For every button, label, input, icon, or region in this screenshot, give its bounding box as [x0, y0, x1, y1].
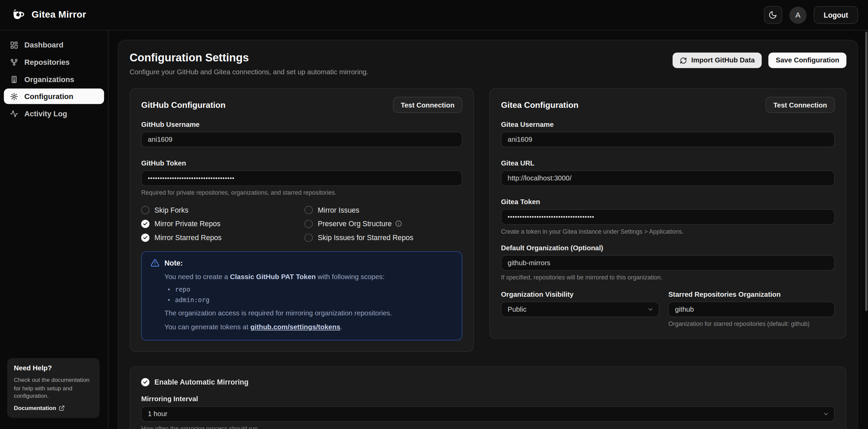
org-visibility-label: Organization Visibility — [501, 291, 659, 298]
dashboard-icon — [9, 40, 18, 49]
checkbox-skip-forks[interactable]: Skip Forks — [141, 205, 299, 215]
viewport: Gitea Mirror A Logout — [0, 0, 868, 429]
note-line-3: You can generate tokens at github.com/se… — [165, 322, 453, 332]
help-title: Need Help? — [14, 364, 93, 372]
checkbox-preserve-org-structure[interactable]: Preserve Org Structure — [305, 219, 462, 229]
avatar-initial: A — [795, 11, 801, 19]
checkbox-skip-issues-starred[interactable]: Skip Issues for Starred Repos — [305, 232, 462, 242]
github-options: Skip Forks Mirror Issues Mirror Privat — [141, 205, 462, 242]
checkbox-icon — [141, 206, 149, 214]
checkbox-mirror-private-repos[interactable]: Mirror Private Repos — [141, 219, 299, 229]
sidebar-item-label: Activity Log — [24, 109, 67, 117]
sidebar-item-dashboard[interactable]: Dashboard — [4, 37, 104, 53]
github-card-title: GitHub Configuration — [141, 100, 226, 110]
checkbox-icon — [305, 219, 313, 228]
chevron-down-icon — [647, 306, 654, 313]
checkbox-icon — [305, 233, 313, 241]
github-token-help: Required for private repositories, organ… — [141, 189, 462, 196]
gitea-cup-logo-icon — [11, 8, 26, 22]
github-test-connection-button[interactable]: Test Connection — [393, 97, 462, 113]
gitea-token-help: Create a token in your Gitea instance un… — [501, 228, 835, 235]
brand: Gitea Mirror — [11, 8, 86, 22]
sidebar-item-label: Organizations — [24, 75, 74, 83]
checkbox-enable-automatic-mirroring[interactable]: Enable Automatic Mirroring — [141, 377, 835, 387]
git-fork-icon — [9, 58, 18, 66]
starred-org-help: Organization for starred repositories (d… — [669, 320, 835, 327]
starred-org-label: Starred Repositories Organization — [669, 291, 835, 298]
logout-button[interactable]: Logout — [814, 6, 858, 24]
mirroring-interval-label: Mirroring Interval — [141, 395, 835, 403]
gitea-username-label: Gitea Username — [501, 121, 835, 129]
chevron-down-icon — [823, 411, 829, 418]
gitea-test-connection-button[interactable]: Test Connection — [766, 97, 835, 113]
sidebar-item-repositories[interactable]: Repositories — [4, 54, 104, 70]
config-cards-row: GitHub Configuration Test Connection Git… — [130, 88, 846, 352]
github-token-input[interactable] — [141, 171, 462, 186]
sidebar-item-organizations[interactable]: Organizations — [4, 72, 104, 87]
sidebar-item-label: Configuration — [24, 92, 73, 100]
sidebar-item-configuration[interactable]: Configuration — [4, 89, 104, 104]
mirroring-interval-select[interactable]: 1 hour — [141, 407, 835, 422]
sidebar-item-label: Repositories — [24, 58, 70, 66]
automatic-mirroring-card: Enable Automatic Mirroring Mirroring Int… — [130, 367, 846, 429]
mirroring-interval-help: How often the mirroring process should r… — [141, 425, 835, 429]
page-subtitle: Configure your GitHub and Gitea connecti… — [130, 68, 368, 76]
building-icon — [9, 75, 18, 83]
main-area: Configuration Settings Configure your Gi… — [109, 31, 868, 429]
github-username-label: GitHub Username — [141, 121, 462, 129]
alert-triangle-icon — [151, 258, 159, 267]
import-github-data-button[interactable]: Import GitHub Data — [673, 53, 762, 68]
need-help-card: Need Help? Check out the documentation f… — [7, 358, 100, 418]
sidebar-item-activity-log[interactable]: Activity Log — [4, 106, 104, 121]
gitea-card-title: Gitea Configuration — [501, 100, 578, 110]
note-line-2: The organization access is required for … — [165, 308, 453, 318]
github-username-input[interactable] — [141, 132, 462, 147]
theme-toggle-button[interactable] — [764, 6, 782, 24]
github-configuration-card: GitHub Configuration Test Connection Git… — [130, 88, 474, 352]
org-visibility-select[interactable]: Public — [501, 301, 659, 317]
gitea-token-label: Gitea Token — [501, 198, 835, 206]
note-title: Note: — [165, 259, 183, 267]
gitea-url-input[interactable] — [501, 171, 835, 186]
scope-item: repo — [168, 286, 452, 293]
moon-icon — [769, 11, 777, 19]
info-icon[interactable] — [395, 220, 402, 227]
gitea-token-input[interactable] — [501, 209, 835, 225]
page-title: Configuration Settings — [130, 52, 368, 64]
topbar: Gitea Mirror A Logout — [0, 0, 868, 31]
avatar[interactable]: A — [789, 6, 807, 24]
sidebar-item-label: Dashboard — [24, 41, 63, 49]
pat-token-note: Note: You need to create a Classic GitHu… — [141, 251, 462, 340]
header-actions: Import GitHub Data Save Configuration — [673, 52, 847, 68]
note-line-1: You need to create a Classic GitHub PAT … — [165, 272, 453, 282]
note-scopes-list: repo admin:org — [168, 286, 452, 304]
starred-org-input[interactable] — [669, 301, 835, 317]
checkbox-mirror-issues[interactable]: Mirror Issues — [305, 205, 462, 215]
help-body: Check out the documentation for help wit… — [14, 376, 93, 400]
topbar-actions: A Logout — [764, 6, 858, 24]
checkbox-checked-icon — [141, 378, 149, 386]
brand-title: Gitea Mirror — [32, 9, 86, 21]
settings-panel: Configuration Settings Configure your Gi… — [118, 40, 858, 429]
refresh-icon — [680, 57, 687, 64]
shell: Dashboard Repositories O — [0, 31, 868, 429]
gitea-url-label: Gitea URL — [501, 159, 835, 167]
gitea-username-input[interactable] — [501, 132, 835, 147]
save-configuration-button[interactable]: Save Configuration — [769, 53, 846, 68]
external-link-icon — [59, 405, 65, 411]
github-token-label: GitHub Token — [141, 159, 462, 167]
panel-header: Configuration Settings Configure your Gi… — [130, 52, 846, 76]
gitea-configuration-card: Gitea Configuration Test Connection Gite… — [489, 88, 847, 338]
checkbox-checked-icon — [141, 233, 149, 241]
activity-icon — [9, 109, 18, 118]
vertical-scrollbar[interactable] — [865, 32, 868, 311]
scope-item: admin:org — [168, 296, 452, 304]
default-org-input[interactable] — [501, 255, 835, 271]
gear-icon — [9, 92, 18, 101]
gitea-mirror-app: Gitea Mirror A Logout — [0, 0, 868, 429]
checkbox-mirror-starred-repos[interactable]: Mirror Starred Repos — [141, 232, 299, 242]
tokens-link[interactable]: github.com/settings/tokens — [250, 323, 340, 331]
documentation-link[interactable]: Documentation — [14, 405, 93, 411]
default-org-help: If specified, repositories will be mirro… — [501, 274, 835, 281]
default-org-label: Default Organization (Optional) — [501, 244, 835, 252]
